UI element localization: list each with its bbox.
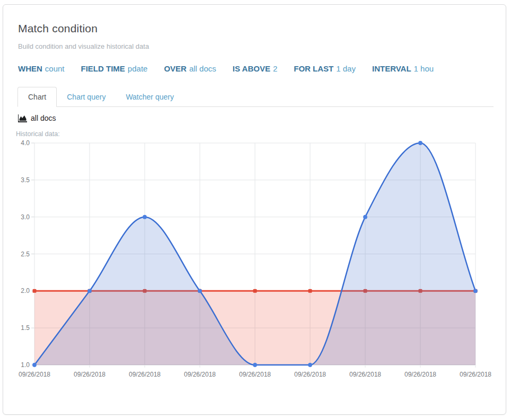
tab-bar: Chart Chart query Watcher query [17, 87, 494, 107]
page-title: Match condition [18, 22, 98, 35]
svg-text:09/26/2018: 09/26/2018 [460, 371, 491, 378]
page-subtitle: Build condition and visualize historical… [18, 42, 149, 50]
svg-text:09/26/2018: 09/26/2018 [19, 371, 50, 378]
legend-label: all docs [31, 114, 56, 122]
page: Match condition Build condition and visu… [0, 0, 511, 420]
svg-text:09/26/2018: 09/26/2018 [129, 371, 161, 378]
condition-value[interactable]: 2 [273, 64, 277, 73]
condition-item-over[interactable]: OVERall docs [164, 64, 216, 73]
svg-text:09/26/2018: 09/26/2018 [294, 371, 326, 378]
svg-text:09/26/2018: 09/26/2018 [184, 371, 216, 378]
condition-item-field-time[interactable]: FIELD TIMEpdate [81, 64, 148, 73]
svg-text:2.0: 2.0 [21, 287, 30, 294]
svg-text:09/26/2018: 09/26/2018 [74, 371, 105, 378]
tab-chart[interactable]: Chart [17, 87, 57, 107]
svg-text:09/26/2018: 09/26/2018 [349, 371, 381, 378]
condition-item-interval[interactable]: INTERVAL1 hou [372, 64, 434, 73]
svg-text:09/26/2018: 09/26/2018 [404, 371, 436, 378]
condition-value[interactable]: count [45, 64, 65, 73]
area-chart-icon [18, 114, 27, 122]
tab-chart-query[interactable]: Chart query [57, 87, 116, 106]
condition-value[interactable]: pdate [128, 64, 148, 73]
historical-data-chart: 4.03.53.02.52.01.51.009/26/201809/26/201… [0, 137, 511, 388]
condition-value[interactable]: 1 day [336, 64, 356, 73]
svg-text:3.0: 3.0 [21, 213, 30, 221]
tab-watcher-query[interactable]: Watcher query [116, 87, 184, 106]
condition-item-is-above[interactable]: IS ABOVE2 [233, 64, 277, 73]
condition-label: FOR LAST [294, 64, 333, 73]
svg-text:1.5: 1.5 [21, 324, 30, 332]
svg-text:2.5: 2.5 [21, 251, 30, 258]
condition-value[interactable]: 1 hou [414, 64, 434, 73]
svg-text:3.5: 3.5 [21, 176, 30, 184]
svg-text:4.0: 4.0 [21, 139, 30, 147]
svg-text:09/26/2018: 09/26/2018 [239, 371, 271, 378]
condition-builder-bar: WHENcount FIELD TIMEpdate OVERall docs I… [18, 64, 434, 73]
svg-text:1.0: 1.0 [21, 361, 30, 369]
condition-label: OVER [164, 64, 187, 73]
condition-label: FIELD TIME [81, 64, 125, 73]
condition-label: IS ABOVE [233, 64, 270, 73]
condition-value[interactable]: all docs [189, 64, 216, 73]
condition-label: INTERVAL [372, 64, 411, 73]
condition-item-when[interactable]: WHENcount [18, 64, 65, 73]
condition-label: WHEN [18, 64, 42, 73]
condition-item-for-last[interactable]: FOR LAST1 day [294, 64, 356, 73]
series-legend: all docs [18, 114, 56, 122]
